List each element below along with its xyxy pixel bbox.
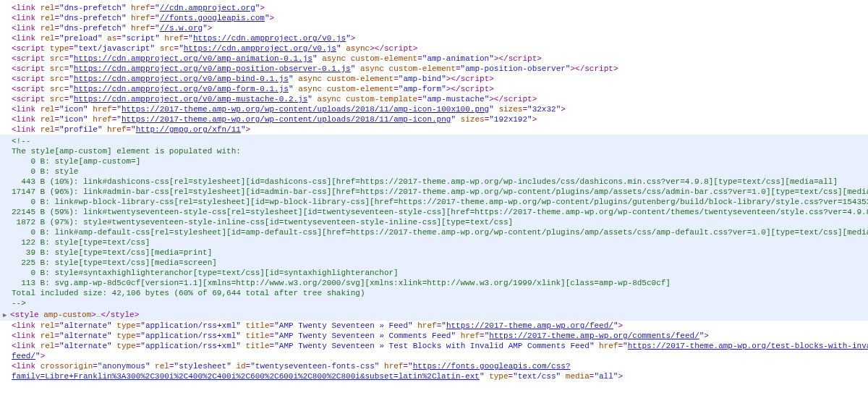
code-line-link-fonts-css: <link crossorigin="anonymous" rel="style… bbox=[12, 361, 868, 371]
href-link[interactable]: https://2017-theme.amp-wp.org/wp-content… bbox=[122, 105, 489, 114]
href-link[interactable]: //cdn.ampproject.org bbox=[160, 4, 255, 12]
code-line-link-dns-prefetch-2: <link rel="dns-prefetch" href="//fonts.g… bbox=[12, 13, 868, 23]
href-link[interactable]: //fonts.googleapis.com bbox=[160, 14, 265, 22]
code-line-script-v0: <script type="text/javascript" src="http… bbox=[12, 43, 868, 54]
code-line-script-amp-mustache: <script src="https://cdn.ampproject.org/… bbox=[12, 94, 868, 104]
comment-line: 0 B: style[amp-custom=] bbox=[12, 156, 868, 166]
style-amp-custom-comment-block: <!-- The style[amp-custom] element is po… bbox=[0, 135, 868, 310]
href-link[interactable]: https://2017-theme.amp-wp.org/feed/ bbox=[446, 321, 613, 330]
comment-line: 39 B: style[type=text/css][media=print] bbox=[12, 248, 868, 258]
comment-line: 113 B: svg.amp-wp-8d5c0cf[version=1.1][x… bbox=[12, 278, 868, 288]
comment-line: 17147 B (96%): link#admin-bar-css[rel=st… bbox=[12, 187, 868, 197]
code-line-link-fonts-css-cont: family=Libre+Franklin%3A300%2C300i%2C400… bbox=[0, 371, 868, 381]
src-link[interactable]: https://cdn.ampproject.org/v0/amp-animat… bbox=[74, 54, 312, 63]
expand-triangle-icon[interactable]: ▶ bbox=[3, 310, 10, 321]
comment-close: --> bbox=[12, 298, 868, 308]
comment-line: 22145 B (59%): link#twentyseventeen-styl… bbox=[12, 207, 868, 217]
src-link[interactable]: https://cdn.ampproject.org/v0/amp-positi… bbox=[74, 64, 351, 73]
code-line-script-amp-position-observer: <script src="https://cdn.ampproject.org/… bbox=[12, 64, 868, 74]
code-line-link-icon-32: <link rel="icon" href="https://2017-them… bbox=[12, 104, 868, 114]
href-link[interactable]: https://cdn.ampproject.org/v0.js bbox=[193, 34, 346, 43]
code-line-link-alternate-comments-feed: <link rel="alternate" type="application/… bbox=[12, 331, 868, 341]
href-link[interactable]: http://gmpg.org/xfn/11 bbox=[136, 125, 241, 134]
code-line-link-icon-192: <link rel="icon" href="https://2017-them… bbox=[12, 114, 868, 124]
code-line-style-amp-custom[interactable]: ▶<style amp-custom>…</style> bbox=[0, 310, 868, 321]
href-link[interactable]: //s.w.org bbox=[160, 24, 203, 33]
comment-line: 443 B (10%): link#dashicons-css[rel=styl… bbox=[12, 177, 868, 187]
href-link[interactable]: https://2017-theme.amp-wp.org/wp-content… bbox=[122, 115, 451, 124]
comment-line: 1872 B (97%): style#twentyseventeen-styl… bbox=[12, 217, 868, 227]
comment-line: 0 B: style#syntaxhighlighteranchor[type=… bbox=[12, 268, 868, 278]
src-link[interactable]: https://cdn.ampproject.org/v0/amp-mustac… bbox=[74, 95, 307, 103]
code-line-link-dns-prefetch-1: <link rel="dns-prefetch" href="//cdn.amp… bbox=[12, 3, 868, 13]
href-link[interactable]: https://2017-theme.amp-wp.org/test-block… bbox=[628, 342, 868, 350]
code-line-link-dns-prefetch-3: <link rel="dns-prefetch" href="//s.w.org… bbox=[12, 23, 868, 33]
src-link[interactable]: https://cdn.ampproject.org/v0/amp-bind-0… bbox=[74, 75, 289, 83]
comment-line: 122 B: style[type=text/css] bbox=[12, 237, 868, 248]
comment-open: <!-- bbox=[12, 136, 868, 146]
href-link[interactable]: family=Libre+Franklin%3A300%2C300i%2C400… bbox=[12, 372, 480, 381]
code-line-link-alternate-feed: <link rel="alternate" type="application/… bbox=[12, 321, 868, 331]
src-link[interactable]: https://cdn.ampproject.org/v0.js bbox=[184, 44, 336, 53]
code-line-link-alternate-test-blocks-feed: <link rel="alternate" type="application/… bbox=[12, 341, 868, 351]
code-line-link-preload: <link rel="preload" as="script" href="ht… bbox=[12, 33, 868, 43]
code-line-script-amp-animation: <script src="https://cdn.ampproject.org/… bbox=[12, 54, 868, 64]
code-line-link-alternate-test-blocks-feed-cont: feed/"> bbox=[0, 351, 868, 361]
comment-line: The style[amp-custom] element is populat… bbox=[12, 146, 868, 156]
code-line-script-amp-form: <script src="https://cdn.ampproject.org/… bbox=[12, 84, 868, 94]
href-link[interactable]: feed/ bbox=[12, 352, 35, 360]
comment-line: 225 B: style[type=text/css][media=screen… bbox=[12, 258, 868, 268]
comment-line: 0 B: style bbox=[12, 166, 868, 177]
code-line-script-amp-bind: <script src="https://cdn.ampproject.org/… bbox=[12, 74, 868, 84]
href-link[interactable]: https://2017-theme.amp-wp.org/comments/f… bbox=[489, 331, 699, 340]
href-link[interactable]: https://fonts.googleapis.com/css? bbox=[413, 362, 571, 371]
comment-line: 0 B: link#wp-block-library-css[rel=style… bbox=[12, 197, 868, 207]
comment-total: Total included size: 42,106 bytes (60% o… bbox=[12, 288, 868, 298]
src-link[interactable]: https://cdn.ampproject.org/v0/amp-form-0… bbox=[74, 85, 289, 93]
code-line-link-profile: <link rel="profile" href="http://gmpg.or… bbox=[12, 124, 868, 135]
comment-line: 0 B: link#amp-default-css[rel=stylesheet… bbox=[12, 227, 868, 237]
